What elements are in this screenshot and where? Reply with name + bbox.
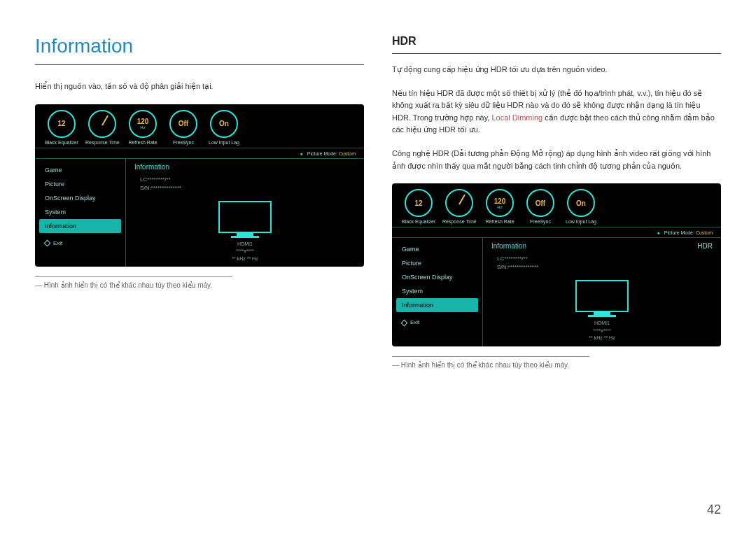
- menu-item-picture[interactable]: Picture: [35, 177, 125, 191]
- dial-refresh-rate: 120HzRefresh Rate: [483, 189, 517, 224]
- monitor-labels: HDMI1 ****x**** ** kHz ** Hz: [134, 241, 356, 263]
- menu-item-onscreen-display[interactable]: OnScreen Display: [392, 270, 482, 284]
- dial-freesync: OffFreeSync: [167, 110, 200, 145]
- dial-response-time: Response Time: [442, 189, 476, 224]
- desc-r1: Tự động cung cấp hiệu ứng HDR tối ưu dựa…: [392, 64, 721, 76]
- dial-freesync: OffFreeSync: [524, 189, 557, 224]
- osd-panel-right: 12Black EqualizerResponse Time120HzRefre…: [392, 183, 721, 346]
- menu-item-information[interactable]: Information: [396, 298, 478, 312]
- exit-hint-r: Exit: [392, 312, 482, 331]
- dial-black-equalizer: 12Black Equalizer: [402, 189, 435, 224]
- dial-black-equalizer: 12Black Equalizer: [45, 110, 78, 145]
- osd-panel-left: 12Black EqualizerResponse Time120HzRefre…: [35, 104, 364, 267]
- picture-mode-bar: ● Picture Mode: Custom: [35, 148, 364, 159]
- desc-left: Hiển thị nguồn vào, tần số và độ phân gi…: [35, 80, 364, 93]
- info-line: LC********/**: [497, 255, 713, 262]
- menu-item-game[interactable]: Game: [35, 163, 125, 177]
- dial-low-input-lag: OnLow Input Lag: [564, 189, 598, 224]
- desc-r2: Nếu tín hiệu HDR đã được một số thiết bị…: [392, 87, 721, 136]
- menu-item-game[interactable]: Game: [392, 242, 482, 256]
- monitor-labels-r: HDMI1 ****x**** ** kHz ** Hz: [491, 320, 713, 342]
- monitor-icon: [217, 201, 273, 238]
- footnote-right: ― Hình ảnh hiển thị có thể khác nhau tùy…: [392, 356, 589, 369]
- exit-hint: Exit: [35, 233, 125, 252]
- hdr-label: HDR: [697, 242, 713, 250]
- dial-response-time: Response Time: [85, 110, 119, 145]
- dial-low-input-lag: OnLow Input Lag: [207, 110, 241, 145]
- menu-item-system[interactable]: System: [35, 205, 125, 219]
- monitor-icon-r: [574, 280, 630, 317]
- menu-item-onscreen-display[interactable]: OnScreen Display: [35, 191, 125, 205]
- content-title: Information: [134, 163, 169, 171]
- menu-item-picture[interactable]: Picture: [392, 256, 482, 270]
- menu-item-information[interactable]: Information: [39, 219, 121, 233]
- page-title-left: Information: [35, 35, 364, 65]
- picture-mode-bar-r: ● Picture Mode: Custom: [392, 227, 721, 238]
- info-line: S/N:**************: [140, 185, 356, 191]
- content-title-r: Information: [491, 242, 526, 250]
- footnote-left: ― Hình ảnh hiển thị có thể khác nhau tùy…: [35, 276, 232, 289]
- info-line: S/N:**************: [497, 264, 713, 270]
- info-line: LC********/**: [140, 176, 356, 183]
- dial-refresh-rate: 120HzRefresh Rate: [126, 110, 160, 145]
- desc-r3: Công nghệ HDR (Dải tương phản Động Mở rộ…: [392, 148, 721, 172]
- menu-item-system[interactable]: System: [392, 284, 482, 298]
- page-number: 42: [707, 503, 721, 517]
- section-title-hdr: HDR: [392, 35, 721, 54]
